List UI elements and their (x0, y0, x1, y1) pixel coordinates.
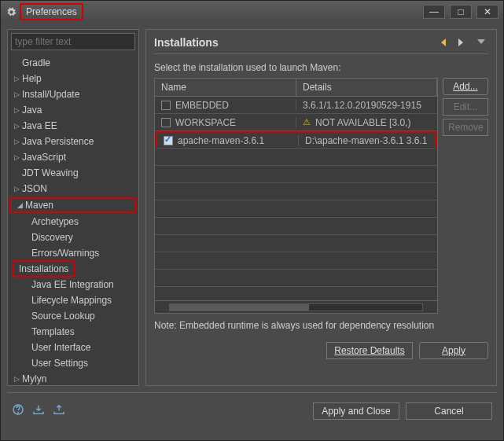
col-name[interactable]: Name (155, 79, 296, 96)
sidebar: Gradle ▷Help ▷Install/Update ▷Java ▷Java… (7, 29, 139, 386)
menu-dropdown-icon[interactable] (474, 36, 488, 49)
description: Select the installation used to launch M… (154, 62, 488, 73)
table-row[interactable]: WORKSPACE ⚠NOT AVAILABLE [3.0,) (155, 114, 437, 131)
gear-icon (6, 6, 17, 17)
tree-item-java-ee-integration[interactable]: Java EE Integration (8, 277, 138, 292)
tree-item-java-ee[interactable]: ▷Java EE (8, 118, 138, 134)
checkbox[interactable] (161, 118, 171, 127)
filter-input[interactable] (11, 33, 135, 50)
checkbox[interactable] (161, 101, 171, 110)
edit-button[interactable]: Edit... (443, 98, 488, 116)
chevron-right-icon: ▷ (13, 138, 20, 145)
preferences-window: Preferences ― □ ✕ Gradle ▷Help ▷Install/… (0, 0, 504, 441)
titlebar: Preferences ― □ ✕ (1, 1, 503, 23)
tree-item-installations[interactable]: Installations (8, 261, 138, 277)
col-details[interactable]: Details (296, 79, 437, 96)
tree-item-help[interactable]: ▷Help (8, 71, 138, 86)
warning-icon: ⚠ (303, 117, 311, 127)
tree-item-errors-warnings[interactable]: Errors/Warnings (8, 245, 138, 261)
chevron-right-icon: ▷ (13, 106, 20, 114)
tree-item-json[interactable]: ▷JSON (8, 181, 138, 197)
tree-item-java[interactable]: ▷Java (8, 102, 138, 118)
add-button[interactable]: Add... (443, 78, 488, 95)
tree-item-install-update[interactable]: ▷Install/Update (8, 86, 138, 102)
horizontal-scrollbar[interactable] (155, 300, 437, 313)
help-icon[interactable] (12, 403, 24, 418)
tree-item-discovery[interactable]: Discovery (8, 230, 138, 245)
tree-item-source-lookup[interactable]: Source Lookup (8, 308, 138, 324)
maximize-button[interactable]: □ (450, 5, 472, 19)
apply-and-close-button[interactable]: Apply and Close (313, 402, 399, 420)
tree-item-lifecycle-mappings[interactable]: Lifecycle Mappings (8, 292, 138, 308)
tree-item-mylyn[interactable]: ▷Mylyn (8, 371, 138, 385)
chevron-down-icon: ◢ (16, 201, 24, 209)
content-panel: Installations Select the installation us… (145, 29, 497, 386)
dialog-footer: Apply and Close Cancel (7, 392, 497, 428)
svg-point-1 (18, 413, 19, 413)
tree-item-gradle[interactable]: Gradle (8, 55, 138, 71)
chevron-right-icon: ▷ (13, 90, 20, 98)
chevron-right-icon: ▷ (13, 185, 20, 193)
table-row[interactable]: EMBEDDED 3.6.1/1.12.0.20190529-1915 (155, 97, 437, 114)
remove-button[interactable]: Remove (443, 119, 488, 136)
page-heading: Installations (154, 36, 436, 49)
chevron-right-icon: ▷ (13, 75, 20, 83)
tree-item-java-persistence[interactable]: ▷Java Persistence (8, 134, 138, 149)
tree-item-archetypes[interactable]: Archetypes (8, 214, 138, 230)
checkbox-checked[interactable] (164, 136, 173, 145)
restore-defaults-button[interactable]: Restore Defaults (326, 342, 413, 359)
tree-item-templates[interactable]: Templates (8, 324, 138, 340)
table-header: Name Details (155, 79, 437, 97)
import-icon[interactable] (32, 404, 45, 417)
close-button[interactable]: ✕ (476, 5, 498, 19)
chevron-right-icon: ▷ (13, 375, 20, 383)
chevron-right-icon: ▷ (13, 122, 20, 130)
forward-button[interactable] (457, 36, 471, 49)
tree-item-user-interface[interactable]: User Interface (8, 340, 138, 355)
tree-item-javascript[interactable]: ▷JavaScript (8, 149, 138, 165)
preference-tree: Gradle ▷Help ▷Install/Update ▷Java ▷Java… (8, 53, 138, 385)
note-text: Note: Embedded runtime is always used fo… (154, 320, 488, 333)
cancel-button[interactable]: Cancel (406, 402, 492, 420)
window-title: Preferences (20, 3, 83, 20)
minimize-button[interactable]: ― (423, 5, 445, 19)
tree-item-maven[interactable]: ◢Maven (9, 197, 137, 213)
back-button[interactable] (440, 36, 454, 49)
tree-item-jdt-weaving[interactable]: JDT Weaving (8, 165, 138, 181)
export-icon[interactable] (53, 404, 65, 417)
apply-button[interactable]: Apply (419, 342, 488, 359)
chevron-right-icon: ▷ (13, 153, 20, 161)
installations-table: Name Details EMBEDDED 3.6.1/1.12.0.20190… (154, 78, 438, 314)
table-row-selected[interactable]: apache-maven-3.6.1 D:\apache-maven-3.6.1… (156, 131, 436, 149)
tree-item-user-settings[interactable]: User Settings (8, 355, 138, 371)
